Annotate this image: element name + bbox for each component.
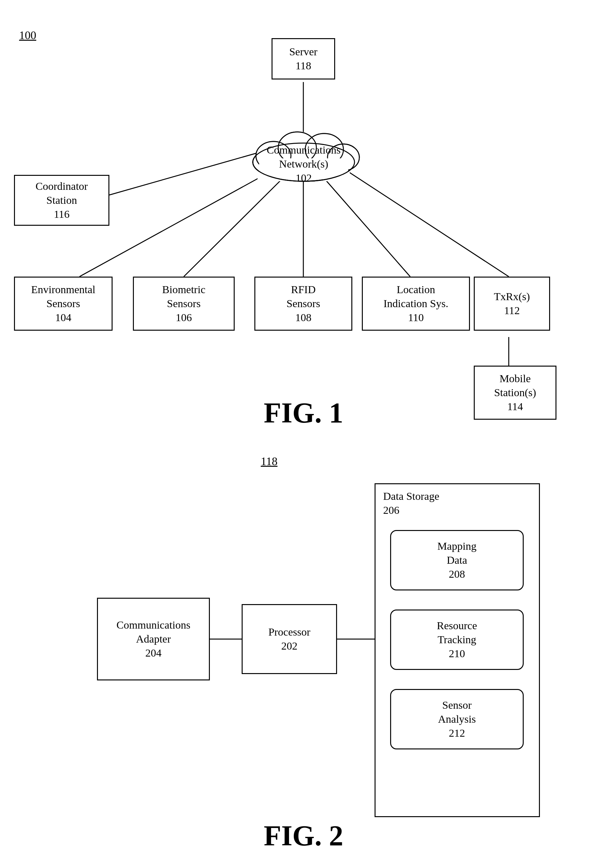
comm-adapter-box: Communications Adapter 204 <box>97 598 210 680</box>
rt-label2: Tracking <box>438 633 476 647</box>
rt-label1: Resource <box>437 619 477 633</box>
env-label2: Sensors <box>46 297 80 311</box>
loc-label2: Indication Sys. <box>384 297 448 311</box>
server-label: Server <box>290 45 317 59</box>
fig1-top-label: 100 <box>19 29 36 42</box>
proc-label: Processor <box>268 625 310 639</box>
mobile-label1: Mobile <box>500 372 531 386</box>
rfid-num: 108 <box>296 311 311 325</box>
mobile-box: Mobile Station(s) 114 <box>474 366 556 420</box>
svg-line-1 <box>102 151 264 197</box>
coordinator-box: Coordinator Station 116 <box>14 175 109 226</box>
location-sys-box: Location Indication Sys. 110 <box>362 277 470 331</box>
sa-label1: Sensor <box>442 698 472 712</box>
data-storage-box: Data Storage 206 Mapping Data 208 Resour… <box>375 483 540 817</box>
env-num: 104 <box>55 311 71 325</box>
server-num: 118 <box>296 59 311 73</box>
proc-num: 202 <box>282 639 297 653</box>
loc-label1: Location <box>397 283 435 297</box>
loc-num: 110 <box>408 311 424 325</box>
server-box: Server 118 <box>271 38 335 79</box>
bio-num: 106 <box>176 311 192 325</box>
bio-label1: Biometric <box>162 283 205 297</box>
fig2-label: FIG. 2 <box>263 819 343 852</box>
ds-label: Data Storage <box>383 490 440 502</box>
resource-tracking-box: Resource Tracking 210 <box>390 609 524 670</box>
map-label1: Mapping <box>438 539 477 553</box>
network-cloud: Communications Network(s) 102 <box>242 121 365 184</box>
network-num: 102 <box>296 172 312 184</box>
fig2-area: 118 Communications Adapter 204 Processor… <box>0 451 607 859</box>
comm-num: 204 <box>145 646 161 660</box>
sa-label2: Analysis <box>438 712 476 726</box>
rfid-sensors-box: RFID Sensors 108 <box>254 277 352 331</box>
comm-label2: Adapter <box>136 632 171 646</box>
svg-line-5 <box>321 175 410 277</box>
network-label2: Network(s) <box>279 158 328 170</box>
coord-label2: Station <box>46 193 77 207</box>
network-label1: Communications <box>267 144 341 156</box>
fig1-area: 100 Server 118 <box>0 19 607 432</box>
coord-num: 116 <box>54 207 70 221</box>
coord-label1: Coordinator <box>36 179 88 193</box>
map-label2: Data <box>447 553 467 567</box>
rfid-label2: Sensors <box>286 297 320 311</box>
fig2-top-label: 118 <box>261 455 277 468</box>
rfid-label1: RFID <box>291 283 316 297</box>
txrx-label: TxRx(s) <box>494 290 530 304</box>
mobile-label2: Station(s) <box>494 386 536 400</box>
rt-num: 210 <box>449 647 465 661</box>
comm-label1: Communications <box>116 618 190 632</box>
txrx-box: TxRx(s) 112 <box>474 277 550 331</box>
svg-line-6 <box>344 169 509 277</box>
ds-num: 206 <box>383 504 400 516</box>
mobile-num: 114 <box>507 400 523 414</box>
mapping-data-box: Mapping Data 208 <box>390 530 524 591</box>
processor-box: Processor 202 <box>242 604 337 674</box>
env-label1: Environmental <box>31 283 95 297</box>
env-sensors-box: Environmental Sensors 104 <box>14 277 113 331</box>
sa-num: 212 <box>449 726 465 740</box>
fig1-label: FIG. 1 <box>263 397 343 429</box>
map-num: 208 <box>449 567 465 581</box>
bio-sensors-box: Biometric Sensors 106 <box>133 277 235 331</box>
sensor-analysis-box: Sensor Analysis 212 <box>390 689 524 749</box>
bio-label2: Sensors <box>167 297 201 311</box>
txrx-num: 112 <box>504 304 520 318</box>
svg-line-3 <box>184 175 286 277</box>
